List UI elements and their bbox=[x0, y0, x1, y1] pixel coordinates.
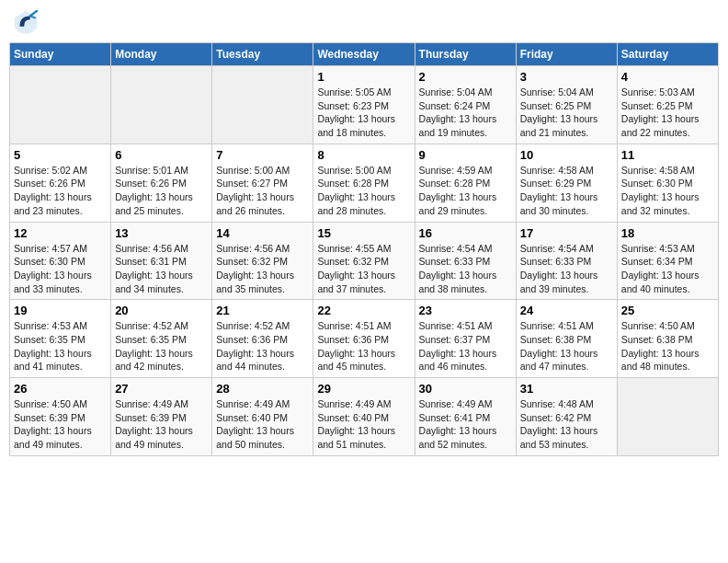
day-info: Sunrise: 4:50 AM Sunset: 6:39 PM Dayligh… bbox=[14, 397, 107, 452]
calendar-cell: 3Sunrise: 5:04 AM Sunset: 6:25 PM Daylig… bbox=[516, 66, 617, 144]
day-info: Sunrise: 4:54 AM Sunset: 6:33 PM Dayligh… bbox=[520, 242, 613, 296]
logo-icon bbox=[13, 9, 39, 35]
calendar-cell: 23Sunrise: 4:51 AM Sunset: 6:37 PM Dayli… bbox=[415, 300, 516, 378]
weekday-header-friday: Friday bbox=[516, 43, 617, 66]
day-info: Sunrise: 4:55 AM Sunset: 6:32 PM Dayligh… bbox=[317, 242, 410, 296]
calendar-cell bbox=[111, 66, 212, 144]
day-info: Sunrise: 4:49 AM Sunset: 6:40 PM Dayligh… bbox=[216, 397, 309, 452]
day-info: Sunrise: 4:51 AM Sunset: 6:37 PM Dayligh… bbox=[419, 319, 512, 373]
calendar-cell: 9Sunrise: 4:59 AM Sunset: 6:28 PM Daylig… bbox=[415, 144, 516, 222]
day-number: 11 bbox=[621, 148, 714, 162]
day-info: Sunrise: 4:49 AM Sunset: 6:39 PM Dayligh… bbox=[115, 397, 208, 452]
calendar-cell: 11Sunrise: 4:58 AM Sunset: 6:30 PM Dayli… bbox=[617, 144, 718, 222]
calendar-cell: 18Sunrise: 4:53 AM Sunset: 6:34 PM Dayli… bbox=[617, 222, 718, 300]
day-info: Sunrise: 4:48 AM Sunset: 6:42 PM Dayligh… bbox=[520, 397, 613, 452]
calendar-cell: 1Sunrise: 5:05 AM Sunset: 6:23 PM Daylig… bbox=[313, 66, 415, 144]
day-info: Sunrise: 4:57 AM Sunset: 6:30 PM Dayligh… bbox=[14, 242, 107, 296]
day-number: 6 bbox=[115, 148, 208, 162]
calendar-week-1: 1Sunrise: 5:05 AM Sunset: 6:23 PM Daylig… bbox=[10, 66, 719, 144]
day-info: Sunrise: 5:00 AM Sunset: 6:27 PM Dayligh… bbox=[216, 164, 309, 218]
logo bbox=[13, 9, 40, 35]
calendar-cell: 28Sunrise: 4:49 AM Sunset: 6:40 PM Dayli… bbox=[212, 378, 313, 456]
day-number: 2 bbox=[419, 70, 512, 84]
day-number: 5 bbox=[14, 148, 107, 162]
day-info: Sunrise: 5:04 AM Sunset: 6:25 PM Dayligh… bbox=[520, 86, 613, 140]
day-number: 12 bbox=[14, 226, 107, 240]
calendar-cell: 21Sunrise: 4:52 AM Sunset: 6:36 PM Dayli… bbox=[212, 300, 313, 378]
calendar-cell: 8Sunrise: 5:00 AM Sunset: 6:28 PM Daylig… bbox=[313, 144, 415, 222]
day-info: Sunrise: 4:49 AM Sunset: 6:41 PM Dayligh… bbox=[419, 397, 512, 452]
calendar-week-3: 12Sunrise: 4:57 AM Sunset: 6:30 PM Dayli… bbox=[10, 222, 719, 300]
day-number: 22 bbox=[317, 304, 410, 317]
weekday-header-sunday: Sunday bbox=[10, 43, 111, 66]
day-info: Sunrise: 4:56 AM Sunset: 6:32 PM Dayligh… bbox=[216, 242, 309, 296]
calendar-cell: 10Sunrise: 4:58 AM Sunset: 6:29 PM Dayli… bbox=[516, 144, 617, 222]
calendar-cell: 6Sunrise: 5:01 AM Sunset: 6:26 PM Daylig… bbox=[111, 144, 212, 222]
day-info: Sunrise: 4:50 AM Sunset: 6:38 PM Dayligh… bbox=[621, 319, 714, 373]
calendar-table: SundayMondayTuesdayWednesdayThursdayFrid… bbox=[9, 42, 719, 456]
calendar-week-2: 5Sunrise: 5:02 AM Sunset: 6:26 PM Daylig… bbox=[10, 144, 719, 222]
day-number: 19 bbox=[14, 304, 107, 317]
day-number: 28 bbox=[216, 382, 309, 396]
day-number: 4 bbox=[621, 70, 714, 84]
day-number: 15 bbox=[317, 226, 410, 240]
calendar-cell: 17Sunrise: 4:54 AM Sunset: 6:33 PM Dayli… bbox=[516, 222, 617, 300]
day-info: Sunrise: 5:02 AM Sunset: 6:26 PM Dayligh… bbox=[14, 164, 107, 218]
calendar-week-5: 26Sunrise: 4:50 AM Sunset: 6:39 PM Dayli… bbox=[10, 378, 719, 456]
day-number: 29 bbox=[317, 382, 410, 396]
day-info: Sunrise: 4:53 AM Sunset: 6:35 PM Dayligh… bbox=[14, 319, 107, 373]
calendar-cell: 14Sunrise: 4:56 AM Sunset: 6:32 PM Dayli… bbox=[212, 222, 313, 300]
day-info: Sunrise: 4:58 AM Sunset: 6:29 PM Dayligh… bbox=[520, 164, 613, 218]
weekday-header-monday: Monday bbox=[111, 43, 212, 66]
calendar-body: 1Sunrise: 5:05 AM Sunset: 6:23 PM Daylig… bbox=[10, 66, 719, 456]
day-number: 1 bbox=[317, 70, 410, 84]
calendar-cell: 13Sunrise: 4:56 AM Sunset: 6:31 PM Dayli… bbox=[111, 222, 212, 300]
day-number: 7 bbox=[216, 148, 309, 162]
calendar-cell: 30Sunrise: 4:49 AM Sunset: 6:41 PM Dayli… bbox=[415, 378, 516, 456]
day-info: Sunrise: 5:05 AM Sunset: 6:23 PM Dayligh… bbox=[317, 86, 410, 140]
page-header bbox=[9, 9, 719, 35]
calendar-cell: 26Sunrise: 4:50 AM Sunset: 6:39 PM Dayli… bbox=[10, 378, 111, 456]
calendar-week-4: 19Sunrise: 4:53 AM Sunset: 6:35 PM Dayli… bbox=[10, 300, 719, 378]
calendar-cell: 27Sunrise: 4:49 AM Sunset: 6:39 PM Dayli… bbox=[111, 378, 212, 456]
calendar-cell: 31Sunrise: 4:48 AM Sunset: 6:42 PM Dayli… bbox=[516, 378, 617, 456]
day-info: Sunrise: 4:59 AM Sunset: 6:28 PM Dayligh… bbox=[419, 164, 512, 218]
calendar-cell: 20Sunrise: 4:52 AM Sunset: 6:35 PM Dayli… bbox=[111, 300, 212, 378]
calendar-cell: 24Sunrise: 4:51 AM Sunset: 6:38 PM Dayli… bbox=[516, 300, 617, 378]
day-info: Sunrise: 5:04 AM Sunset: 6:24 PM Dayligh… bbox=[419, 86, 512, 140]
calendar-cell: 16Sunrise: 4:54 AM Sunset: 6:33 PM Dayli… bbox=[415, 222, 516, 300]
day-info: Sunrise: 4:58 AM Sunset: 6:30 PM Dayligh… bbox=[621, 164, 714, 218]
day-number: 25 bbox=[621, 304, 714, 317]
calendar-cell bbox=[212, 66, 313, 144]
calendar-cell: 29Sunrise: 4:49 AM Sunset: 6:40 PM Dayli… bbox=[313, 378, 415, 456]
calendar-cell: 5Sunrise: 5:02 AM Sunset: 6:26 PM Daylig… bbox=[10, 144, 111, 222]
day-info: Sunrise: 5:01 AM Sunset: 6:26 PM Dayligh… bbox=[115, 164, 208, 218]
day-info: Sunrise: 4:54 AM Sunset: 6:33 PM Dayligh… bbox=[419, 242, 512, 296]
weekday-header-wednesday: Wednesday bbox=[313, 43, 415, 66]
day-number: 21 bbox=[216, 304, 309, 317]
day-number: 23 bbox=[419, 304, 512, 317]
day-info: Sunrise: 4:51 AM Sunset: 6:38 PM Dayligh… bbox=[520, 319, 613, 373]
calendar-cell bbox=[10, 66, 111, 144]
day-number: 31 bbox=[520, 382, 613, 396]
day-info: Sunrise: 5:03 AM Sunset: 6:25 PM Dayligh… bbox=[621, 86, 714, 140]
day-info: Sunrise: 4:52 AM Sunset: 6:36 PM Dayligh… bbox=[216, 319, 309, 373]
calendar-cell: 2Sunrise: 5:04 AM Sunset: 6:24 PM Daylig… bbox=[415, 66, 516, 144]
day-info: Sunrise: 4:56 AM Sunset: 6:31 PM Dayligh… bbox=[115, 242, 208, 296]
day-number: 10 bbox=[520, 148, 613, 162]
day-number: 8 bbox=[317, 148, 410, 162]
calendar-cell: 4Sunrise: 5:03 AM Sunset: 6:25 PM Daylig… bbox=[617, 66, 718, 144]
day-number: 27 bbox=[115, 382, 208, 396]
day-info: Sunrise: 4:53 AM Sunset: 6:34 PM Dayligh… bbox=[621, 242, 714, 296]
day-number: 20 bbox=[115, 304, 208, 317]
day-number: 13 bbox=[115, 226, 208, 240]
calendar-cell: 7Sunrise: 5:00 AM Sunset: 6:27 PM Daylig… bbox=[212, 144, 313, 222]
day-number: 18 bbox=[621, 226, 714, 240]
day-number: 17 bbox=[520, 226, 613, 240]
day-info: Sunrise: 4:52 AM Sunset: 6:35 PM Dayligh… bbox=[115, 319, 208, 373]
day-info: Sunrise: 4:51 AM Sunset: 6:36 PM Dayligh… bbox=[317, 319, 410, 373]
day-number: 9 bbox=[419, 148, 512, 162]
weekday-header-saturday: Saturday bbox=[617, 43, 718, 66]
weekday-header-thursday: Thursday bbox=[415, 43, 516, 66]
calendar-header: SundayMondayTuesdayWednesdayThursdayFrid… bbox=[10, 43, 719, 66]
